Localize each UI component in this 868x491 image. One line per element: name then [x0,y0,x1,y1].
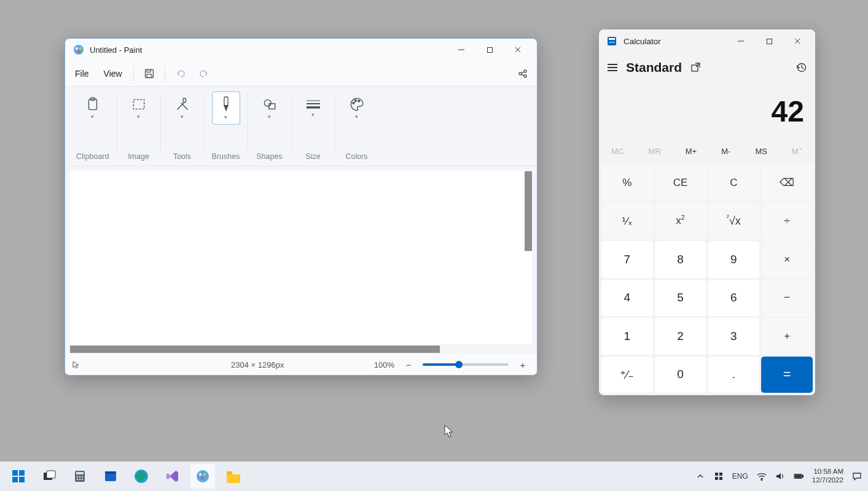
reciprocal-button[interactable]: ⅟ₓ [601,203,653,240]
taskbar-app-calculator[interactable] [68,464,92,489]
menu-button[interactable] [608,64,617,71]
taskbar-app-terminal[interactable] [98,464,123,489]
percent-button[interactable]: % [601,164,653,201]
tray-network-icon[interactable] [757,471,767,481]
vertical-scrollbar[interactable] [525,171,532,251]
chevron-down-icon: ▾ [268,114,271,120]
svg-point-26 [353,102,354,104]
svg-point-53 [79,479,81,481]
share-button[interactable] [511,64,534,83]
digit-1-button[interactable]: 1 [601,318,653,355]
chevron-down-icon: ▾ [224,114,227,120]
taskbar-app-explorer[interactable] [221,464,246,489]
zoom-slider[interactable] [423,363,509,366]
tray-battery-icon[interactable] [794,471,803,481]
minimize-button[interactable] [447,39,475,61]
chevron-down-icon: ▾ [181,114,184,120]
equals-button[interactable]: = [761,357,813,393]
digit-3-button[interactable]: 3 [708,318,760,355]
start-button[interactable] [6,464,31,489]
menu-file[interactable]: File [68,65,96,82]
svg-point-50 [79,476,81,478]
paint-canvas-area [65,166,537,354]
ribbon-label: Shapes [256,152,282,161]
horizontal-scrollbar-thumb[interactable] [70,346,440,353]
taskview-button[interactable] [37,464,61,489]
svg-rect-62 [227,471,232,474]
keep-on-top-button[interactable] [690,62,702,73]
square-button[interactable]: x2 [655,203,706,240]
negate-button[interactable]: ⁺⁄₋ [601,357,653,393]
size-tool[interactable]: ▾ [299,91,327,125]
subtract-button[interactable]: − [761,280,813,317]
svg-rect-44 [19,477,25,482]
tray-volume-icon[interactable] [775,471,785,481]
calculator-title: Calculator [624,37,661,46]
maximize-button[interactable] [755,30,783,52]
tray-language[interactable]: ENG [732,472,748,481]
memory-store-button[interactable]: MS [755,147,767,156]
svg-rect-42 [19,470,25,476]
image-select-tool[interactable]: ▾ [125,91,153,125]
paint-title: Untitled - Paint [90,45,142,55]
ribbon-label: Colors [345,152,367,161]
digit-4-button[interactable]: 4 [601,280,653,317]
taskbar-app-edge[interactable] [129,464,154,489]
redo-button[interactable] [192,64,216,83]
multiply-button[interactable]: × [761,241,813,278]
paint-titlebar[interactable]: Untitled - Paint [65,39,537,61]
digit-9-button[interactable]: 9 [708,241,760,278]
zoom-out-button[interactable]: − [401,357,416,373]
svg-rect-65 [715,477,718,480]
svg-point-28 [358,100,359,102]
backspace-button[interactable]: ⌫ [761,164,813,201]
ribbon-group-clipboard: ▾ Clipboard [69,91,117,166]
memory-recall-button[interactable]: MR [648,147,660,156]
digit-0-button[interactable]: 0 [655,357,706,393]
clear-entry-button[interactable]: CE [655,164,706,201]
paint-menubar: File View [65,61,537,87]
mouse-cursor-icon [444,425,455,438]
divide-button[interactable]: ÷ [761,203,813,240]
zoom-in-button[interactable]: + [515,357,531,373]
clear-button[interactable]: C [708,164,760,201]
close-button[interactable] [783,30,811,52]
tray-clock[interactable]: 10:58 AM 12/7/2022 [812,468,843,485]
digit-5-button[interactable]: 5 [655,280,706,317]
memory-clear-button[interactable]: MC [611,147,624,156]
digit-6-button[interactable]: 6 [708,280,760,317]
add-button[interactable]: + [761,318,813,355]
brushes-tool[interactable]: ▾ [212,91,240,125]
colors-tool[interactable]: ▾ [343,91,371,125]
taskbar-app-visualstudio[interactable] [160,464,184,489]
digit-2-button[interactable]: 2 [655,318,706,355]
digit-8-button[interactable]: 8 [655,241,706,278]
close-button[interactable] [504,39,532,61]
ribbon-group-shapes: ▾ Shapes [248,91,291,166]
undo-button[interactable] [169,64,192,83]
history-button[interactable] [796,62,807,73]
taskbar-app-paint[interactable] [190,464,215,489]
minimize-button[interactable] [727,30,755,52]
menu-view[interactable]: View [96,65,130,82]
maximize-button[interactable] [475,39,504,61]
tools-tool[interactable]: ▾ [168,91,197,125]
digit-7-button[interactable]: 7 [601,241,653,278]
paint-canvas[interactable] [70,171,532,344]
paint-ribbon: ▾ Clipboard ▾ Image ▾ Tools ▾ B [65,87,537,166]
decimal-button[interactable]: . [708,357,760,393]
horizontal-scrollbar-track[interactable] [70,346,532,353]
tray-overflow-button[interactable] [695,471,705,481]
tray-security-icon[interactable] [714,471,724,481]
shapes-tool[interactable]: ▾ [256,91,284,125]
clipboard-tool[interactable]: ▾ [79,91,107,125]
svg-point-67 [761,479,762,481]
memory-subtract-button[interactable]: M- [721,147,730,156]
save-button[interactable] [138,64,161,83]
calculator-titlebar[interactable]: Calculator [599,29,815,53]
memory-list-button[interactable]: M˅ [792,147,803,156]
tray-notifications-button[interactable] [852,471,862,481]
svg-rect-64 [719,473,722,476]
sqrt-button[interactable]: ²√x [708,203,760,240]
memory-add-button[interactable]: M+ [686,147,697,156]
